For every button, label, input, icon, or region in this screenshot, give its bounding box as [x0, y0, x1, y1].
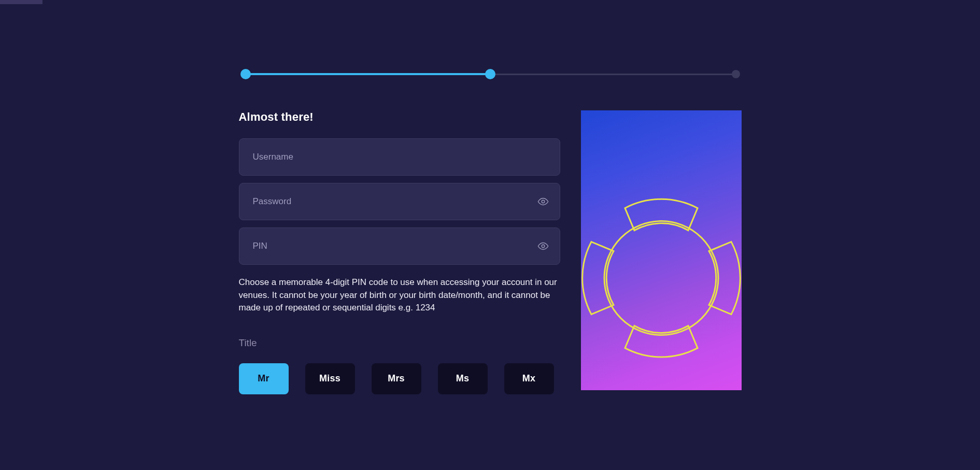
promo-graphic: [581, 159, 742, 377]
title-label: Title: [239, 337, 560, 349]
pin-field-wrap: [239, 227, 560, 265]
title-option-miss[interactable]: Miss: [305, 363, 355, 394]
title-option-mr[interactable]: Mr: [239, 363, 289, 394]
progress-fill: [244, 73, 490, 75]
topbar-accent: [0, 0, 42, 4]
progress-step-2: [485, 69, 495, 79]
password-input[interactable]: [239, 183, 560, 220]
password-field-wrap: [239, 183, 560, 220]
progress-step-1: [240, 69, 251, 79]
title-option-ms[interactable]: Ms: [438, 363, 488, 394]
username-field-wrap: [239, 138, 560, 176]
eye-icon[interactable]: [537, 240, 549, 252]
title-option-mrs[interactable]: Mrs: [372, 363, 421, 394]
eye-icon[interactable]: [537, 196, 549, 207]
progress-step-3: [732, 70, 740, 78]
pin-help-text: Choose a memorable 4-digit PIN code to u…: [239, 276, 560, 315]
form-column: Almost there!: [239, 110, 560, 394]
page-heading: Almost there!: [239, 110, 560, 124]
promo-panel: [581, 110, 742, 390]
title-option-mx[interactable]: Mx: [504, 363, 554, 394]
username-input[interactable]: [239, 138, 560, 176]
pin-input[interactable]: [239, 227, 560, 265]
title-options: Mr Miss Mrs Ms Mx: [239, 363, 560, 394]
content: Almost there!: [239, 4, 742, 394]
svg-point-2: [604, 221, 718, 335]
svg-point-1: [542, 245, 545, 248]
svg-point-0: [542, 200, 545, 203]
main-row: Almost there!: [239, 110, 742, 394]
page-container: Almost there!: [0, 0, 980, 470]
progress-bar: [239, 69, 742, 79]
